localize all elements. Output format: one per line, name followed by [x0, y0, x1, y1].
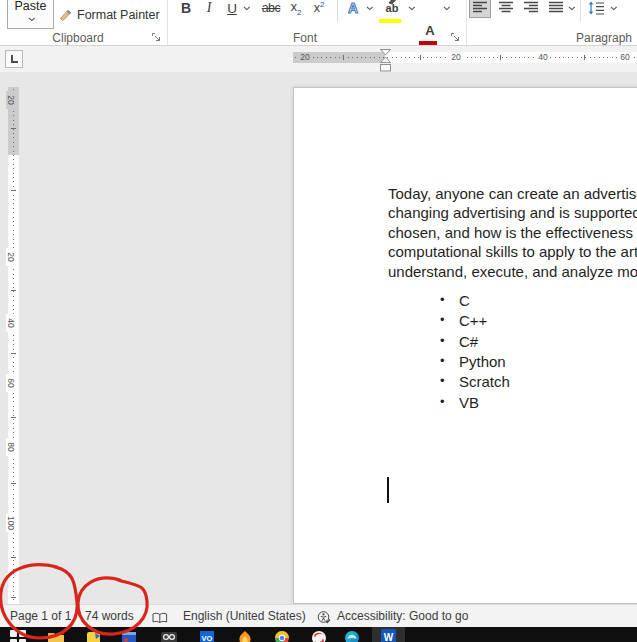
justify-button[interactable] — [545, 0, 567, 18]
file-explorer-button[interactable] — [48, 630, 64, 642]
app-icon-3 — [161, 630, 177, 642]
paragraph-line[interactable]: computational skills to apply to the art… — [388, 243, 637, 262]
v-ruler-number: 100 — [6, 514, 16, 532]
v-ruler-mid-tick — [11, 483, 16, 484]
app-button-2[interactable] — [121, 630, 137, 642]
swirl-app-icon — [311, 630, 327, 642]
highlight-color-button[interactable]: ab — [381, 0, 403, 19]
v-ruler-mid-tick — [11, 190, 16, 191]
highlight-color-bar — [379, 19, 401, 23]
accessibility-icon[interactable] — [317, 610, 331, 625]
align-left-icon — [473, 1, 488, 14]
v-ruler-number: 60 — [6, 374, 16, 392]
h-ruler-mid-tick — [584, 55, 585, 60]
text-effects-chevron-icon[interactable] — [366, 6, 374, 11]
h-ruler-number: 40 — [536, 53, 550, 62]
app-button-1[interactable] — [86, 630, 102, 642]
subscript-button[interactable]: x2 — [286, 0, 306, 19]
start-button[interactable] — [10, 630, 26, 642]
windows-taskbar: VO W — [0, 627, 637, 642]
flame-app-icon — [237, 630, 253, 642]
svg-text:W: W — [384, 632, 394, 642]
bullet-icon: • — [440, 333, 445, 348]
paragraph-line[interactable]: changing advertising and is supported by… — [388, 204, 637, 223]
v-ruler-mid-tick — [11, 557, 16, 558]
edge-button[interactable] — [344, 630, 360, 642]
text-cursor — [387, 477, 389, 503]
justify-chevron-icon[interactable] — [568, 6, 576, 11]
line-spacing-icon — [588, 1, 605, 15]
v-ruler-number: 40 — [6, 314, 16, 332]
word-taskbar-tile[interactable]: W — [372, 627, 405, 642]
highlighter-pen-icon — [387, 0, 399, 5]
align-right-button[interactable] — [520, 0, 542, 18]
strikethrough-button[interactable]: abc — [258, 0, 284, 19]
paragraph-line[interactable]: understand, execute, and analyze modern — [388, 263, 637, 282]
clipboard-group-label: Clipboard — [33, 31, 123, 45]
paragraph-line[interactable]: Today, anyone can create an advertisemen… — [388, 185, 637, 204]
highlight-chevron-icon[interactable] — [408, 6, 416, 11]
v-ruler-mid-tick — [11, 353, 16, 354]
paragraph-line[interactable]: chosen, and how is the effectiveness of … — [388, 224, 637, 243]
app-button-5[interactable] — [311, 630, 327, 642]
v-ruler-number: 20 — [6, 248, 16, 266]
bold-button[interactable]: B — [176, 0, 196, 19]
align-right-icon — [524, 1, 539, 14]
font-color-chevron-icon[interactable] — [443, 6, 451, 11]
chrome-icon — [274, 630, 290, 642]
line-spacing-button[interactable] — [585, 0, 607, 18]
italic-button[interactable]: I — [200, 0, 218, 19]
vo-app-icon: VO — [199, 630, 215, 642]
justify-icon — [549, 1, 564, 14]
indent-markers[interactable] — [379, 49, 392, 72]
bullet-icon: • — [440, 373, 445, 388]
paste-button[interactable]: Paste — [7, 0, 54, 29]
app-icon-2 — [121, 630, 137, 642]
chevron-down-icon — [28, 17, 36, 22]
app-button-4[interactable] — [237, 630, 253, 642]
word-window: Paste Format Painter Clipboard B I U abc… — [0, 0, 637, 642]
app-button-vo[interactable]: VO — [199, 630, 215, 642]
group-separator — [167, 0, 168, 45]
text-effects-button[interactable]: A — [343, 0, 363, 19]
page-count-status[interactable]: Page 1 of 1 — [10, 609, 71, 624]
align-left-button[interactable] — [469, 0, 491, 18]
clipboard-dialog-launcher[interactable] — [151, 32, 162, 43]
format-painter-button[interactable]: Format Painter — [58, 4, 160, 26]
line-spacing-chevron-icon[interactable] — [610, 6, 618, 11]
button-separator — [580, 0, 581, 22]
folder-icon — [48, 630, 64, 642]
v-ruler-mid-tick — [11, 128, 16, 129]
v-ruler-number: 20 — [6, 91, 16, 109]
accessibility-status[interactable]: Accessibility: Good to go — [337, 609, 468, 624]
bullet-icon: • — [440, 312, 445, 327]
word-count-status[interactable]: 74 words — [85, 609, 134, 624]
format-painter-icon — [58, 8, 73, 23]
app-icon-1 — [86, 630, 102, 642]
bullet-icon: • — [440, 353, 445, 368]
v-ruler-mid-tick — [11, 597, 16, 598]
chrome-button[interactable] — [274, 630, 290, 642]
h-ruler-mid-tick — [420, 55, 421, 60]
ribbon: Paste Format Painter Clipboard B I U abc… — [0, 0, 637, 46]
font-color-button[interactable]: A — [421, 19, 439, 41]
superscript-button[interactable]: x2 — [309, 0, 329, 19]
windows-logo-icon — [10, 630, 26, 642]
document-area: Today, anyone can create an advertisemen… — [0, 72, 637, 604]
format-painter-label: Format Painter — [77, 8, 160, 22]
font-dialog-launcher[interactable] — [450, 32, 461, 43]
align-center-button[interactable] — [495, 0, 517, 18]
status-bar: Page 1 of 1 74 words English (United Sta… — [0, 604, 637, 627]
h-ruler-mid-tick — [500, 55, 501, 60]
paragraph-group-label: Paragraph — [559, 31, 637, 45]
h-ruler-number: 20 — [449, 53, 463, 62]
underline-button[interactable]: U — [222, 0, 242, 19]
language-status[interactable]: English (United States) — [183, 609, 306, 624]
word-app-icon: W — [381, 629, 396, 642]
app-button-3[interactable] — [161, 630, 177, 642]
underline-chevron-icon[interactable] — [243, 6, 251, 11]
tab-selector-button[interactable] — [5, 50, 23, 68]
edge-icon — [344, 630, 360, 642]
proofing-book-icon[interactable] — [152, 611, 168, 626]
h-ruler-number: 60 — [618, 53, 632, 62]
